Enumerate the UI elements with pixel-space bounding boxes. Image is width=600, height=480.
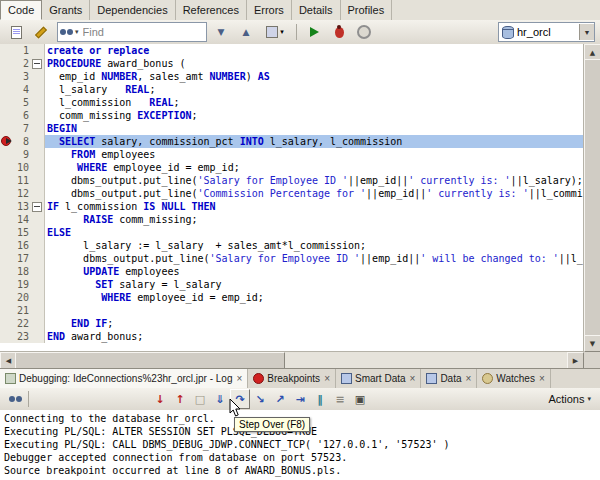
gutter-cell[interactable]: 19: [0, 278, 45, 291]
garbage-collect-button[interactable]: ▣: [350, 389, 370, 409]
debug-tab-breakpoint[interactable]: Breakpoints×: [248, 369, 336, 388]
code-area[interactable]: 1create or replace2PROCEDURE award_bonus…: [0, 44, 584, 352]
fold-toggle-icon[interactable]: [32, 202, 42, 212]
gutter-cell[interactable]: 14: [0, 213, 45, 226]
highlight-options-button[interactable]: ▾: [260, 21, 290, 43]
gutter-cell[interactable]: 2: [0, 57, 45, 70]
scroll-right-button[interactable]: ▶: [567, 352, 584, 369]
gutter-cell[interactable]: 9: [0, 148, 45, 161]
code-line-5[interactable]: 5 l_commission REAL;: [0, 96, 584, 109]
gutter-cell[interactable]: 4: [0, 83, 45, 96]
step-into-button[interactable]: ↘: [250, 389, 270, 409]
actions-menu-button[interactable]: Actions ▾: [544, 393, 595, 405]
code-line-12[interactable]: 12 dbms_output.put_line('Commission Perc…: [0, 187, 584, 200]
compile-button[interactable]: [353, 21, 375, 43]
gutter-cell[interactable]: 17: [0, 252, 45, 265]
gutter-cell[interactable]: 10: [0, 161, 45, 174]
debug-button[interactable]: [328, 21, 350, 43]
code-line-19[interactable]: 19 SET salary = l_salary: [0, 278, 584, 291]
tab-profiles[interactable]: Profiles: [341, 0, 393, 20]
code-line-21[interactable]: 21: [0, 304, 584, 317]
code-line-17[interactable]: 17 dbms_output.put_line('Salary for Empl…: [0, 252, 584, 265]
code-line-16[interactable]: 16 l_salary := l_salary + sales_amt*l_co…: [0, 239, 584, 252]
connection-dropdown-button[interactable]: ▼: [579, 24, 594, 40]
resume-button[interactable]: ↓: [150, 389, 170, 409]
run-to-cursor-button[interactable]: ↑: [170, 389, 190, 409]
debug-tab-watches[interactable]: Watches×: [477, 369, 550, 388]
tab-dependencies[interactable]: Dependencies: [90, 0, 175, 20]
edit-button[interactable]: [30, 21, 52, 43]
tab-grants[interactable]: Grants: [42, 0, 90, 20]
gutter-cell[interactable]: 12: [0, 187, 45, 200]
debug-tab-log[interactable]: Debugging: IdeConnections%23hr_orcl.jpr …: [0, 369, 248, 388]
tab-code[interactable]: Code: [0, 0, 42, 20]
code-line-2[interactable]: 2PROCEDURE award_bonus (: [0, 57, 584, 70]
gutter-cell[interactable]: 11: [0, 174, 45, 187]
vertical-scroll-thumb[interactable]: [584, 59, 600, 337]
gutter-cell[interactable]: 23: [0, 330, 45, 343]
close-tab-icon[interactable]: ×: [466, 373, 472, 384]
close-tab-icon[interactable]: ×: [410, 373, 416, 384]
gutter-cell[interactable]: 7: [0, 122, 45, 135]
step-out-button[interactable]: ↗: [270, 389, 290, 409]
tab-references[interactable]: References: [176, 0, 247, 20]
code-line-14[interactable]: 14 RAISE comm_missing;: [0, 213, 584, 226]
find-next-button[interactable]: ▼: [210, 21, 232, 43]
freeze-view-button[interactable]: [5, 21, 27, 43]
debug-tab-smart-data[interactable]: Smart Data×: [336, 369, 421, 388]
gutter-cell[interactable]: 1: [0, 44, 45, 57]
code-line-15[interactable]: 15ELSE: [0, 226, 584, 239]
run-button[interactable]: [303, 21, 325, 43]
code-line-20[interactable]: 20 WHERE employee_id = emp_id;: [0, 291, 584, 304]
gutter-cell[interactable]: 15: [0, 226, 45, 239]
horizontal-scroll-thumb[interactable]: [15, 352, 285, 369]
code-line-4[interactable]: 4 l_salary REAL;: [0, 83, 584, 96]
code-line-13[interactable]: 13IF l_commission IS NULL THEN: [0, 200, 584, 213]
tab-details[interactable]: Details: [292, 0, 341, 20]
debug-tab-data[interactable]: Data×: [421, 369, 477, 388]
top-tab-bar: CodeGrantsDependenciesReferencesErrorsDe…: [0, 0, 600, 21]
step-into-source-button[interactable]: ⇓: [210, 389, 230, 409]
code-line-1[interactable]: 1create or replace: [0, 44, 584, 57]
tab-errors[interactable]: Errors: [247, 0, 292, 20]
close-tab-icon[interactable]: ×: [324, 373, 330, 384]
code-line-10[interactable]: 10 WHERE employee_id = emp_id;: [0, 161, 584, 174]
code-line-18[interactable]: 18 UPDATE employees: [0, 265, 584, 278]
binoculars-icon: [60, 28, 73, 36]
code-line-3[interactable]: 3 emp_id NUMBER, sales_amt NUMBER) AS: [0, 70, 584, 83]
code-line-8[interactable]: 8 SELECT salary, commission_pct INTO l_s…: [0, 135, 584, 148]
log-find-button[interactable]: [5, 389, 25, 409]
code-line-7[interactable]: 7BEGIN: [0, 122, 584, 135]
suspend-threads-button[interactable]: ≡: [330, 389, 350, 409]
gutter-cell[interactable]: 22: [0, 317, 45, 330]
terminate-button[interactable]: □: [190, 389, 210, 409]
gutter-cell[interactable]: 16: [0, 239, 45, 252]
code-line-22[interactable]: 22 END IF;: [0, 317, 584, 330]
gutter-cell[interactable]: 18: [0, 265, 45, 278]
close-tab-icon[interactable]: ×: [539, 373, 545, 384]
code-line-23[interactable]: 23END award_bonus;: [0, 330, 584, 343]
gutter-cell[interactable]: 6: [0, 109, 45, 122]
step-to-end-button[interactable]: ⇥: [290, 389, 310, 409]
find-previous-button[interactable]: ▲: [235, 21, 257, 43]
code-line-9[interactable]: 9 FROM employees: [0, 148, 584, 161]
gutter-cell[interactable]: 8: [0, 135, 45, 148]
fold-toggle-icon[interactable]: [32, 59, 42, 69]
gutter-cell[interactable]: 20: [0, 291, 45, 304]
vertical-scrollbar[interactable]: ▲ ▼: [583, 44, 600, 352]
search-input[interactable]: [81, 26, 206, 38]
find-box[interactable]: ▾: [57, 22, 207, 42]
code-line-11[interactable]: 11 dbms_output.put_line('Salary for Empl…: [0, 174, 584, 187]
close-tab-icon[interactable]: ×: [236, 373, 242, 384]
find-dropdown-icon[interactable]: ▾: [75, 28, 79, 36]
gutter-cell[interactable]: 3: [0, 70, 45, 83]
code-line-6[interactable]: 6 comm_missing EXCEPTION;: [0, 109, 584, 122]
connection-selector[interactable]: hr_orcl ▼: [498, 22, 595, 42]
pause-button[interactable]: ‖: [310, 389, 330, 409]
scroll-down-button[interactable]: ▼: [584, 335, 600, 352]
horizontal-scrollbar[interactable]: ◀ ▶: [0, 351, 584, 368]
gutter-cell[interactable]: 5: [0, 96, 45, 109]
gutter-cell[interactable]: 21: [0, 304, 45, 317]
database-icon: [502, 26, 514, 39]
gutter-cell[interactable]: 13: [0, 200, 45, 213]
